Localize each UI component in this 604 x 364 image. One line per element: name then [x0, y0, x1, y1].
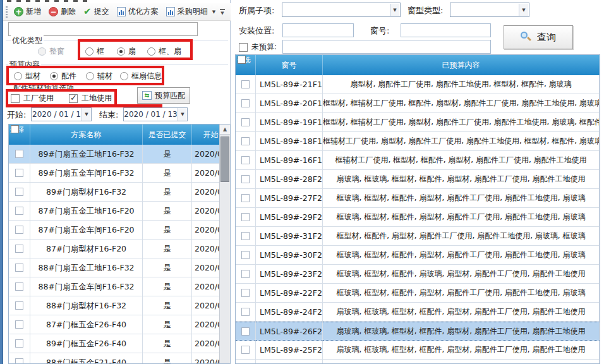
radio-auxiliary[interactable]: 辅材	[86, 71, 112, 82]
table-row[interactable]: 87#门扇型材F16-F20 是 2020/0	[9, 240, 230, 258]
add-button[interactable]: + 新增	[10, 4, 45, 19]
row-checkbox[interactable]	[241, 232, 250, 240]
table-row[interactable]: LM5L-89#-28F26 扇玻璃, 框玻璃, 框型材, 框配件, 扇型材, …	[236, 170, 600, 189]
select-all-checkbox[interactable]	[238, 56, 246, 64]
row-checkbox[interactable]	[15, 245, 23, 253]
table-row[interactable]: LM5L-89#-31F29 框型材, 框配件, 扇型材, 扇配件工厂使用, 扇…	[236, 227, 600, 246]
row-checkbox[interactable]	[15, 169, 23, 177]
window-no-cell: LM5L-89#-18F16	[256, 132, 323, 151]
table-row[interactable]: LM5L-89#-20F18 框型材, 框辅材工厂使用, 框配件, 扇型材, 扇…	[236, 94, 600, 113]
chevron-down-icon[interactable]: ▼	[212, 9, 215, 15]
radio-frame-sash-info[interactable]: 框扇信息	[120, 71, 162, 82]
budgeted-content-cell: 框型材, 框辅材工厂使用, 框配件, 扇型材, 扇配件工厂使用, 扇配件工地使用…	[323, 94, 600, 113]
plan-table-scrollbar[interactable]: ▲	[219, 124, 230, 363]
table-row[interactable]: LM5L-89#-29F27 框玻璃, 框型材, 框配件, 扇型材, 扇配件工厂…	[236, 208, 600, 227]
install-pos-input[interactable]	[282, 23, 354, 37]
table-row[interactable]: 88#门扇五金车间F16-F32 是 2020/0	[9, 277, 230, 296]
table-row[interactable]: LM5L-89#-18F16 框辅材工厂使用, 扇型材, 扇配件工厂使用, 扇配…	[236, 132, 600, 151]
chevron-down-icon[interactable]: ▼	[178, 108, 187, 121]
radio-profile[interactable]: 型材	[14, 71, 40, 82]
no-budget-input[interactable]	[282, 40, 491, 54]
table-row[interactable]: LM5L-89#-25F23 扇玻璃, 框玻璃, 框型材, 框配件, 扇型材, …	[236, 341, 600, 360]
radio-sash[interactable]: 扇	[117, 46, 136, 57]
table-row[interactable]: 87#门框五金F26-F40 是 2020/0	[9, 315, 230, 334]
budgeted-content-cell: 框玻璃, 框型材, 框配件, 扇玻璃, 扇型材, 扇配件工厂使用, 扇配件工地使…	[323, 265, 600, 284]
table-row[interactable]: 87#门扇五金工地F16-F20 是 2020/0	[9, 202, 230, 221]
table-row[interactable]: LM5L-89#-16F15 框辅材工厂使用, 框型材, 框配件, 扇型材, 扇…	[236, 151, 600, 170]
search-input[interactable]	[8, 22, 198, 36]
purchase-detail-button[interactable]: 采购明细 ▼	[162, 4, 219, 19]
budgeted-content-cell: 扇玻璃, 框玻璃, 框型材, 框配件, 扇型材, 扇配件工厂使用, 扇配件工地使…	[323, 341, 600, 360]
row-checkbox[interactable]	[15, 282, 23, 291]
start-date-picker[interactable]: 2020 / 01 / 1 ▼	[31, 107, 92, 121]
radio-frame-sash[interactable]: 框、扇	[147, 46, 181, 57]
radio-accessory[interactable]: 配件	[50, 71, 76, 82]
table-row[interactable]: 88#门扇型材F16-F32 是 2020/0	[9, 296, 230, 315]
row-checkbox[interactable]	[15, 188, 23, 196]
submitted-cell: 是	[143, 258, 192, 277]
row-checkbox[interactable]	[241, 80, 250, 88]
table-row[interactable]: 89#门框五金F26-F40 是 2020/0	[9, 334, 230, 353]
chevron-down-icon[interactable]: ▼	[390, 4, 399, 16]
window-no-input[interactable]	[401, 23, 491, 37]
report-icon	[166, 7, 175, 16]
row-checkbox[interactable]	[241, 308, 250, 316]
row-checkbox[interactable]	[15, 226, 23, 234]
row-checkbox[interactable]	[241, 346, 250, 354]
select-all-checkbox[interactable]	[11, 125, 19, 133]
table-row[interactable]: LM5L-89#-23F21 框玻璃, 框型材, 框配件, 扇玻璃, 扇型材, …	[236, 265, 600, 284]
row-checkbox[interactable]	[241, 327, 250, 336]
row-checkbox[interactable]	[15, 320, 23, 329]
table-row[interactable]: LM5L-89#-19F17 框型材, 框辅材工厂使用, 扇型材, 扇配件工厂使…	[236, 113, 600, 132]
chevron-down-icon[interactable]: ▼	[519, 4, 528, 16]
row-checkbox[interactable]	[241, 289, 250, 297]
row-checkbox[interactable]	[241, 270, 250, 278]
end-date-picker[interactable]: 2020 / 01 / 13 ▼	[123, 107, 188, 121]
chevron-down-icon[interactable]: ▼	[82, 108, 91, 121]
window-type-select[interactable]: ▼	[450, 3, 529, 17]
row-checkbox[interactable]	[241, 213, 250, 221]
optimize-plan-button[interactable]: 优化方案	[113, 4, 162, 19]
row-checkbox[interactable]	[15, 358, 23, 364]
row-checkbox[interactable]	[241, 118, 250, 126]
radio-whole-window[interactable]: 整窗	[38, 46, 64, 57]
sub-item-select[interactable]: ▼	[282, 3, 401, 17]
table-row[interactable]: LM5L-89#-24F22 扇玻璃, 框玻璃, 框型材, 框配件, 扇型材, …	[236, 303, 600, 322]
row-checkbox[interactable]	[15, 207, 23, 215]
table-row[interactable]: 89#门扇型材F16-F32 是 2020/0	[9, 183, 230, 202]
row-checkbox[interactable]	[15, 264, 23, 272]
row-checkbox[interactable]	[241, 156, 250, 164]
row-checkbox[interactable]	[241, 175, 250, 183]
toolbar-grip[interactable]	[6, 6, 8, 18]
row-checkbox[interactable]	[241, 137, 250, 145]
delete-button[interactable]: − 删除	[45, 4, 80, 19]
table-row[interactable]: LM5L-89#-21F19 扇型材, 扇配件工厂使用, 扇配件工地使用, 框型…	[236, 75, 600, 94]
table-row[interactable]: LM5L-89#-30F28 框玻璃, 框型材, 框配件, 扇型材, 扇配件工厂…	[236, 246, 600, 265]
row-checkbox[interactable]	[15, 150, 23, 158]
row-checkbox[interactable]	[241, 194, 250, 202]
row-checkbox[interactable]	[241, 99, 250, 107]
scroll-up-icon[interactable]: ▲	[220, 124, 230, 135]
table-row[interactable]: 87#门扇五金车间F16-F20 是 2020/0	[9, 221, 230, 240]
table-row[interactable]: LM5L-89#-26F24 扇玻璃, 框玻璃, 框型材, 框配件, 扇型材, …	[236, 322, 600, 341]
scrollbar-thumb[interactable]	[220, 136, 229, 182]
budget-match-button[interactable]: ⇆ 预算匹配	[137, 87, 190, 104]
window-no-cell: LM5L-89#-31F29	[256, 227, 323, 246]
table-row[interactable]: LM5L-89#-27F25 框玻璃, 框型材, 框配件, 扇型材, 扇配件工厂…	[236, 189, 600, 208]
row-checkbox[interactable]	[15, 301, 23, 310]
table-row[interactable]: 89#门扇五金车间F16-F32 是 2020/0	[9, 164, 230, 183]
site-use-checkbox[interactable]: 工地使用	[69, 93, 112, 104]
no-budget-checkbox[interactable]: 未预算:	[239, 42, 277, 52]
row-checkbox[interactable]	[15, 339, 23, 348]
toolbar-overflow-button[interactable]: ▼	[219, 9, 226, 15]
radio-frame[interactable]: 框	[85, 46, 104, 57]
header-budgeted-content: 已预算内容	[323, 55, 600, 75]
table-row[interactable]: LM5L-89#-22F20 框玻璃, 框型材, 框配件, 扇型材, 扇配件工厂…	[236, 284, 600, 303]
factory-use-checkbox[interactable]: 工厂使用	[11, 93, 54, 104]
table-row[interactable]: 89#门扇五金工地F16-F32 是 2020/0	[9, 145, 230, 164]
table-row[interactable]: 88#门扇五金工地F16-F32 是 2020/0	[9, 258, 230, 277]
table-row[interactable]: 88#门框五金F21-F40 是 2020/0	[9, 353, 230, 364]
query-button[interactable]: 查询	[504, 25, 573, 49]
submit-button[interactable]: ✔ 提交	[80, 4, 113, 19]
row-checkbox[interactable]	[241, 251, 250, 259]
